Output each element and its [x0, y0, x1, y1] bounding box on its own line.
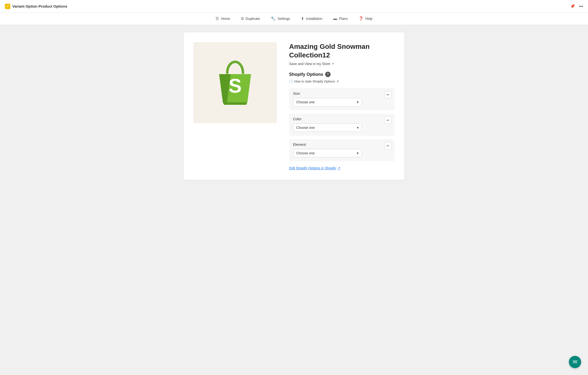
style-link-ext-icon: ↗ [336, 80, 339, 83]
plans-icon: ▬ [333, 16, 337, 21]
color-label: Color: [293, 117, 391, 121]
nav-installation[interactable]: ⬇ Installation [295, 13, 328, 25]
brand: Variant Option Product Options [5, 4, 67, 9]
edit-shopify-link-text: Edit Shopify Options in Shopify [289, 166, 336, 170]
color-select-wrap: Choose one ▼ [293, 123, 362, 132]
more-button[interactable]: ••• [579, 4, 583, 9]
color-edit-button[interactable]: ✏ [384, 117, 392, 124]
svg-marker-2 [223, 102, 247, 105]
nav-help-label: Help [365, 17, 373, 21]
svg-text:S: S [228, 75, 241, 97]
save-link-text: Save and View in my Store [289, 62, 330, 66]
nav-duplicate[interactable]: ⧉ Duplicate [236, 13, 265, 25]
style-link-text: How to style Shopify Options [294, 80, 335, 83]
product-image: S [193, 42, 277, 123]
top-bar-actions: 📌 ••• [570, 4, 583, 9]
size-edit-button[interactable]: ✏ [384, 91, 392, 98]
size-select[interactable]: Choose one [293, 98, 362, 106]
duplicate-icon: ⧉ [241, 16, 244, 21]
main-nav: ☰ Home ⧉ Duplicate 🔧 Settings ⬇ Installa… [0, 13, 588, 25]
edit-shopify-link[interactable]: Edit Shopify Options in Shopify ↗ [289, 166, 395, 170]
option-element-box: Element: Choose one ▼ ✏ [289, 139, 395, 161]
pin-button[interactable]: 📌 [570, 4, 575, 9]
nav-settings[interactable]: 🔧 Settings [265, 13, 295, 25]
save-link-external-icon: ↗ [332, 62, 334, 66]
element-select-wrap: Choose one ▼ [293, 149, 362, 157]
element-edit-button[interactable]: ✏ [384, 142, 392, 149]
chat-fab-button[interactable]: ✉ [569, 356, 581, 368]
help-icon: ❓ [359, 16, 363, 21]
color-select[interactable]: Choose one [293, 123, 362, 132]
size-select-wrap: Choose one ▼ [293, 98, 362, 106]
help-circle-icon[interactable]: ? [325, 72, 331, 77]
product-details: Amazing Gold Snowman Collection12 Save a… [289, 42, 395, 170]
nav-duplicate-label: Duplicate [246, 17, 260, 21]
nav-plans[interactable]: ▬ Plans [328, 13, 353, 25]
home-icon: ☰ [215, 16, 219, 21]
brand-icon [5, 4, 10, 9]
element-select[interactable]: Choose one [293, 149, 362, 157]
chat-icon: ✉ [573, 359, 577, 365]
option-color-box: Color: Choose one ▼ ✏ [289, 114, 395, 136]
nav-home[interactable]: ☰ Home [210, 13, 235, 25]
shopify-options-title: Shopify Options ? [289, 72, 395, 77]
nav-help[interactable]: ❓ Help [353, 13, 378, 25]
document-icon: 📄 [289, 80, 293, 83]
element-label: Element: [293, 143, 391, 147]
settings-icon: 🔧 [271, 16, 276, 21]
page-content: S Amazing Gold Snowman Collection12 Save… [0, 25, 588, 187]
style-options-link[interactable]: 📄 How to style Shopify Options ↗ [289, 80, 395, 83]
app-title: Variant Option Product Options [12, 4, 67, 8]
installation-icon: ⬇ [301, 16, 304, 21]
nav-settings-label: Settings [278, 17, 290, 21]
option-size-box: Size: Choose one ▼ ✏ [289, 88, 395, 110]
save-view-link[interactable]: Save and View in my Store ↗ [289, 62, 395, 66]
nav-home-label: Home [221, 17, 230, 21]
product-title: Amazing Gold Snowman Collection12 [289, 42, 395, 59]
size-label: Size: [293, 92, 391, 95]
top-bar: Variant Option Product Options 📌 ••• [0, 0, 588, 13]
shopify-bag-svg: S [208, 56, 262, 110]
product-card: S Amazing Gold Snowman Collection12 Save… [184, 32, 404, 180]
nav-plans-label: Plans [339, 17, 348, 21]
nav-installation-label: Installation [306, 17, 322, 21]
edit-shopify-ext-icon: ↗ [337, 166, 340, 170]
